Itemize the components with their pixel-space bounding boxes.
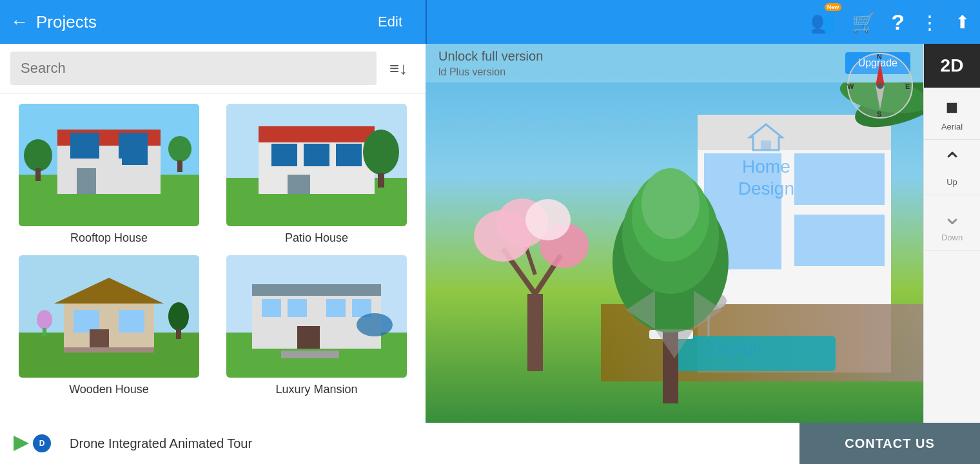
svg-text:N: N [877, 53, 882, 61]
down-icon: ⌄ [943, 203, 962, 230]
btn-2d[interactable]: 2D [924, 44, 981, 88]
svg-text:E: E [905, 82, 910, 90]
svg-marker-68 [694, 291, 723, 329]
svg-point-32 [37, 310, 52, 329]
aerial-button[interactable]: ■ Aerial [924, 88, 981, 140]
svg-rect-33 [43, 328, 46, 336]
svg-rect-38 [262, 299, 281, 317]
svg-point-66 [642, 168, 700, 239]
search-bar: ≡↓ [0, 44, 426, 93]
svg-rect-6 [77, 168, 96, 194]
svg-rect-29 [64, 347, 154, 353]
svg-rect-54 [527, 294, 543, 371]
nav-arrows[interactable] [626, 262, 723, 358]
svg-rect-21 [378, 173, 384, 188]
svg-marker-69 [655, 329, 694, 358]
up-button[interactable]: ⌃ Up [924, 140, 981, 195]
svg-rect-43 [281, 351, 339, 358]
svg-rect-9 [35, 168, 41, 181]
ad-brand-icon: D [33, 434, 51, 452]
svg-rect-31 [176, 329, 181, 339]
svg-rect-40 [326, 299, 346, 317]
cart-icon[interactable]: 🛒 [852, 11, 876, 34]
project-label: Luxury Mansion [275, 383, 357, 396]
project-thumbnail [19, 104, 199, 226]
back-button[interactable]: ← [10, 13, 28, 31]
sort-button[interactable]: ≡↓ [382, 52, 415, 85]
upload-icon[interactable]: ⬆ [955, 12, 970, 33]
list-item[interactable]: Wooden House [5, 250, 213, 401]
users-icon[interactable]: 👥 New [810, 10, 836, 34]
sort-icon: ≡↓ [389, 59, 407, 79]
new-badge: New [825, 3, 842, 11]
home-design-logo: Home Design [738, 121, 794, 199]
svg-rect-17 [304, 144, 329, 166]
svg-point-30 [168, 302, 189, 331]
project-thumbnail [226, 104, 407, 226]
header-right: 👥 New 🛒 ? ⋮ ⬆ [427, 10, 980, 35]
ad-logo: D [0, 423, 64, 464]
svg-rect-16 [271, 144, 297, 166]
project-label: Rooftop House [70, 231, 148, 245]
header-bar: ← Projects Edit 👥 New 🛒 ? ⋮ ⬆ [0, 0, 980, 44]
down-label: Down [941, 233, 963, 242]
up-icon: ⌃ [943, 148, 962, 175]
svg-rect-26 [74, 310, 99, 333]
search-input[interactable] [10, 52, 377, 85]
svg-rect-48 [794, 153, 885, 205]
aerial-label: Aerial [941, 122, 963, 131]
up-label: Up [946, 177, 957, 187]
projects-grid: Rooftop House [0, 93, 426, 407]
svg-point-44 [357, 313, 393, 336]
svg-point-10 [168, 136, 191, 162]
play-icon [14, 436, 29, 451]
ad-text: Drone Integrated Animated Tour [64, 436, 799, 451]
unlock-text: Unlock full version [438, 49, 543, 64]
project-label: Patio House [285, 231, 348, 245]
svg-rect-7 [122, 146, 148, 165]
bottom-ad-bar: D Drone Integrated Animated Tour CONTACT… [0, 423, 980, 464]
blossom-tree [464, 165, 606, 371]
svg-rect-42 [297, 326, 320, 349]
camera-icon: ■ [946, 95, 958, 119]
list-item[interactable]: Luxury Mansion [213, 250, 420, 401]
left-panel: ≡↓ [0, 44, 426, 423]
svg-rect-27 [119, 310, 144, 333]
design-watermark: Design [710, 338, 762, 358]
svg-rect-71 [761, 140, 771, 150]
svg-rect-49 [794, 215, 885, 266]
svg-rect-4 [70, 133, 99, 159]
svg-rect-39 [288, 299, 307, 317]
svg-rect-11 [177, 160, 182, 172]
down-button[interactable]: ⌄ Down [924, 195, 981, 251]
more-icon[interactable]: ⋮ [920, 11, 939, 34]
contact-us-button[interactable]: CONTACT US [799, 423, 980, 464]
svg-rect-37 [252, 284, 381, 296]
plus-version-text: ld Plus version [438, 66, 543, 78]
svg-point-79 [877, 82, 883, 89]
help-icon[interactable]: ? [891, 10, 905, 35]
svg-point-8 [24, 139, 52, 171]
svg-rect-15 [259, 126, 375, 142]
svg-text:S: S [877, 110, 881, 118]
project-thumbnail [226, 255, 407, 378]
svg-rect-19 [288, 175, 310, 194]
list-item[interactable]: Rooftop House [5, 99, 213, 250]
project-label: Wooden House [69, 383, 149, 396]
2d-label: 2D [941, 55, 964, 76]
page-title: Projects [36, 12, 370, 32]
list-item[interactable]: Patio House [213, 99, 420, 250]
edit-button[interactable]: Edit [378, 14, 402, 30]
compass: N S W E [845, 50, 916, 121]
header-left: ← Projects Edit [0, 12, 426, 32]
svg-marker-67 [626, 291, 655, 329]
right-sidebar: 2D ■ Aerial ⌃ Up ⌄ Down [923, 44, 980, 423]
svg-point-61 [525, 199, 571, 240]
svg-point-20 [363, 130, 399, 175]
svg-rect-18 [336, 144, 362, 166]
project-thumbnail [19, 255, 199, 378]
svg-text:W: W [847, 82, 854, 90]
svg-rect-28 [90, 329, 109, 349]
